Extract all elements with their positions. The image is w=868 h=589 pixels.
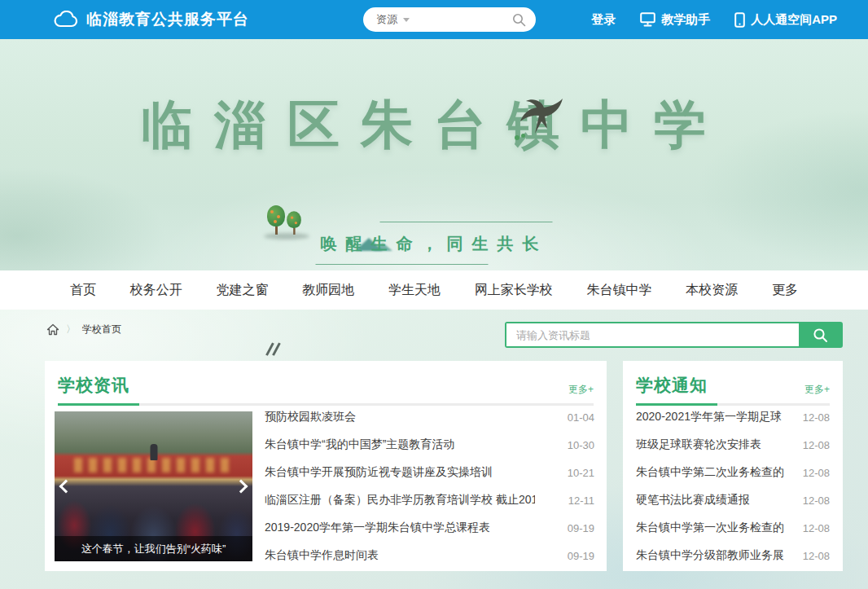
space-app-link[interactable]: 人人通空间APP: [734, 12, 837, 28]
nav-item-home[interactable]: 首页: [70, 282, 96, 299]
carousel-caption[interactable]: 这个春节，让我们告别“火药味”: [55, 536, 252, 561]
notice-row-date: 12-08: [803, 550, 830, 562]
main-nav: 首页 校务公开 党建之窗 教师园地 学生天地 网上家长学校 朱台镇中学 本校资源…: [0, 270, 868, 310]
news-row[interactable]: 朱台镇中学开展预防近视专题讲座及实操培训 10-21: [265, 465, 594, 480]
breadcrumb-current[interactable]: 学校首页: [82, 323, 121, 336]
login-label: 登录: [591, 12, 616, 28]
nav-item-teacher-garden[interactable]: 教师园地: [302, 282, 354, 299]
nav-item-more[interactable]: 更多: [772, 282, 798, 299]
news-row[interactable]: 预防校园欺凌班会 01-04: [265, 410, 594, 424]
notice-row[interactable]: 朱台镇中学分级部教师业务展 12-08: [636, 548, 830, 563]
news-row[interactable]: 朱台镇中学“我的中国梦”主题教育活动 10-30: [265, 437, 594, 452]
search-icon[interactable]: [512, 13, 526, 27]
top-links: 登录 教学助手 人人通空间APP: [591, 0, 837, 39]
news-carousel[interactable]: 这个春节，让我们告别“火药味”: [55, 411, 252, 561]
notice-row-date: 12-08: [803, 411, 830, 424]
notice-row-title[interactable]: 2020-2021学年第一学期足球: [636, 410, 782, 424]
school-name-title: 临淄区朱台镇中学: [0, 90, 868, 160]
trees-decoration: [262, 184, 311, 235]
notice-divider: [636, 403, 830, 406]
hero-banner: 临淄区朱台镇中学 唤醒生命，同生共长: [0, 39, 868, 270]
carousel-prev-icon[interactable]: [59, 480, 73, 494]
nav-item-school-resources[interactable]: 本校资源: [686, 282, 738, 299]
news-row-date: 09-19: [568, 550, 594, 562]
notice-row-date: 12-08: [803, 439, 830, 451]
home-icon[interactable]: [46, 323, 59, 336]
nav-item-school-affairs[interactable]: 校务公开: [130, 282, 182, 299]
main-content: 〉 学校首页 学校资讯 更多+ 这个春节，让我们告别“火药味” 预防校园欺凌班会…: [0, 310, 868, 589]
brand-title: 临淄教育公共服务平台: [86, 9, 249, 30]
news-row-title[interactable]: 朱台镇中学“我的中国梦”主题教育活动: [265, 437, 454, 452]
login-link[interactable]: 登录: [591, 12, 616, 28]
news-row-date: 01-04: [568, 411, 594, 424]
notice-row-title[interactable]: 班级足球联赛轮次安排表: [636, 437, 761, 452]
news-row-date: 10-30: [568, 439, 594, 451]
breadcrumb: 〉 学校首页: [46, 323, 121, 336]
notice-row-date: 12-08: [803, 467, 830, 479]
school-notice-card: 学校通知 更多+ 2020-2021学年第一学期足球 12-08 班级足球联赛轮…: [623, 361, 843, 571]
brand[interactable]: 临淄教育公共服务平台: [54, 0, 249, 39]
notice-row[interactable]: 朱台镇中学第二次业务检查的 12-08: [636, 465, 830, 480]
notice-row-title[interactable]: 朱台镇中学第二次业务检查的: [636, 465, 784, 480]
notice-row[interactable]: 硬笔书法比赛成绩通报 12-08: [636, 493, 830, 508]
teaching-assistant-link[interactable]: 教学助手: [640, 12, 710, 28]
leaf-dots: [515, 134, 526, 142]
news-row-date: 09-19: [568, 522, 594, 534]
notice-row-title[interactable]: 朱台镇中学分级部教师业务展: [636, 548, 784, 563]
notice-row-title[interactable]: 硬笔书法比赛成绩通报: [636, 493, 750, 508]
slash-decoration: [269, 342, 285, 357]
news-search-input[interactable]: [506, 323, 799, 346]
notice-row-date: 12-08: [803, 522, 830, 534]
chevron-down-icon: [403, 18, 410, 22]
school-slogan: 唤醒生命，同生共长: [321, 233, 548, 255]
notice-row[interactable]: 朱台镇中学第一次业务检查的 12-08: [636, 521, 830, 535]
top-bar: 临淄教育公共服务平台 资源 登录 教学助手 人人通空间APP: [0, 0, 868, 39]
notice-more-link[interactable]: 更多+: [804, 383, 830, 397]
notice-section-title: 学校通知: [636, 374, 708, 397]
school-news-card: 学校资讯 更多+ 这个春节，让我们告别“火药味” 预防校园欺凌班会 01-04 …: [45, 361, 607, 571]
news-row-date: 12-11: [568, 494, 594, 507]
nav-item-zhutai-middle-school[interactable]: 朱台镇中学: [587, 282, 652, 299]
news-row-title[interactable]: 临淄区注册（备案）民办非学历教育培训学校 截止2019: [265, 493, 535, 508]
news-section-title: 学校资讯: [58, 374, 129, 397]
notice-list: 2020-2021学年第一学期足球 12-08 班级足球联赛轮次安排表 12-0…: [636, 410, 830, 563]
news-divider: [58, 403, 594, 406]
notice-row-date: 12-08: [803, 494, 830, 507]
cloud-icon: [54, 11, 78, 29]
news-row-title[interactable]: 朱台镇中学作息时间表: [265, 548, 379, 563]
notice-row[interactable]: 2020-2021学年第一学期足球 12-08: [636, 410, 830, 424]
search-category-select[interactable]: 资源: [376, 12, 397, 27]
monitor-icon: [640, 12, 655, 27]
swallow-bird-icon: [519, 95, 567, 137]
nav-item-party-building[interactable]: 党建之窗: [217, 282, 269, 299]
news-row-title[interactable]: 预防校园欺凌班会: [265, 410, 356, 424]
slogan-wrap: 唤醒生命，同生共长: [321, 233, 548, 255]
breadcrumb-separator: 〉: [66, 323, 76, 336]
news-list: 预防校园欺凌班会 01-04 朱台镇中学“我的中国梦”主题教育活动 10-30 …: [265, 410, 594, 563]
header-search[interactable]: 资源: [363, 7, 536, 32]
carousel-next-icon[interactable]: [235, 480, 248, 494]
teaching-assistant-label: 教学助手: [661, 12, 710, 28]
phone-icon: [734, 12, 745, 28]
notice-row[interactable]: 班级足球联赛轮次安排表 12-08: [636, 437, 830, 452]
news-row[interactable]: 朱台镇中学作息时间表 09-19: [265, 548, 594, 563]
notice-row-title[interactable]: 朱台镇中学第一次业务检查的: [636, 521, 784, 535]
photo-speaker-figure: [150, 444, 157, 460]
nav-item-student-world[interactable]: 学生天地: [388, 282, 441, 299]
news-row[interactable]: 临淄区注册（备案）民办非学历教育培训学校 截止2019 12-11: [265, 493, 594, 508]
news-search-bar: [505, 322, 843, 348]
nav-item-parent-school[interactable]: 网上家长学校: [475, 282, 553, 299]
news-row[interactable]: 2019-2020学年第一学期朱台镇中学总课程表 09-19: [265, 521, 594, 535]
news-search-button[interactable]: [799, 323, 841, 346]
news-row-date: 10-21: [568, 467, 594, 479]
news-row-title[interactable]: 2019-2020学年第一学期朱台镇中学总课程表: [265, 521, 490, 535]
space-app-label: 人人通空间APP: [751, 12, 837, 28]
news-row-title[interactable]: 朱台镇中学开展预防近视专题讲座及实操培训: [265, 465, 493, 480]
news-more-link[interactable]: 更多+: [568, 383, 594, 397]
